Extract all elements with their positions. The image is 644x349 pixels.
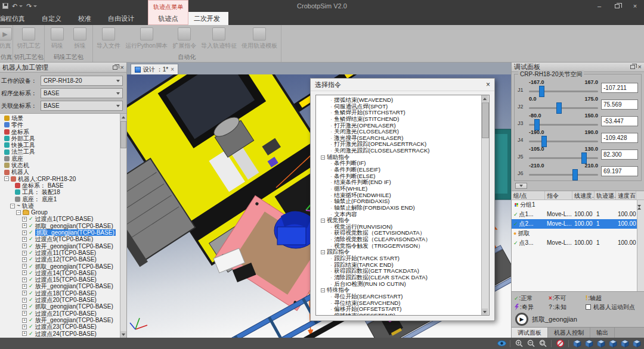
tree-row[interactable]: +✓过渡点1(TCP0-BASE) <box>2 216 120 222</box>
collapse-icon[interactable]: − <box>4 176 9 181</box>
view-cube-left-icon[interactable] <box>596 339 606 348</box>
panel-tab-机器人控制[interactable]: 机器人控制 <box>548 328 590 338</box>
tree-row[interactable]: 机器人 <box>2 169 120 175</box>
expand-icon[interactable]: + <box>22 223 27 228</box>
tree-row[interactable]: 法兰工具 <box>2 148 120 155</box>
joint-value-field[interactable]: 75.569 <box>601 99 638 110</box>
trajectory-point-label[interactable]: 过渡点14(TCP0-BASE) <box>35 270 97 276</box>
trajectory-point-label[interactable]: 抓取_geongjian(TCP0-BASE) <box>35 263 113 270</box>
trajectory-point-label[interactable]: 过渡点15(TCP0-BASE) <box>35 276 97 283</box>
zoom-out-icon[interactable] <box>526 339 535 348</box>
expand-icon[interactable]: + <box>22 304 27 309</box>
joint-slider-thumb[interactable] <box>572 169 578 180</box>
view-cube-right-icon[interactable] <box>608 339 618 348</box>
command-item[interactable]: ·偏移结束(OFFSETEND) <box>320 313 481 316</box>
tree-row[interactable]: +✓过渡点20(TCP0-BASE) <box>2 297 120 303</box>
joint-slider-track[interactable] <box>529 91 598 92</box>
eye-icon[interactable] <box>497 339 506 348</box>
dialog-title-bar[interactable]: 选择指令 × <box>311 79 494 91</box>
column-header[interactable]: 速度百... <box>616 191 636 200</box>
trajectory-point-label[interactable]: 过渡点24(TCP0-BASE) <box>35 331 97 337</box>
command-item[interactable]: ·鱼鳞焊结束(STITCHEND) <box>320 116 481 123</box>
trajectory-point-label[interactable]: 放开_geongjian(TCP0-BASE) <box>35 283 113 289</box>
expand-icon[interactable]: + <box>22 291 27 295</box>
collapse-icon[interactable]: − <box>10 204 15 208</box>
debug-float-panel-icon[interactable] <box>630 65 635 69</box>
tree-row[interactable]: +✓过渡点24(TCP0-BASE) <box>2 331 120 337</box>
column-header[interactable]: 组/点 <box>512 191 545 200</box>
tree-row[interactable]: 坐标系 <box>2 129 120 135</box>
tree-row[interactable]: +✓放开_geongjian(TCP0-BASE) <box>2 317 120 323</box>
expand-icon[interactable]: + <box>22 230 27 235</box>
save-icon[interactable] <box>2 3 8 9</box>
command-item[interactable]: ·循环(WHILE) <box>320 186 481 192</box>
menu-tab-自由设计[interactable]: 自由设计 <box>100 12 143 25</box>
tree-row[interactable]: 底座： 底座1 <box>2 196 120 202</box>
trajectory-point-label[interactable]: 过渡点18(TCP0-BASE) <box>35 290 97 297</box>
expand-icon[interactable]: + <box>22 270 27 275</box>
trajectory-point-label[interactable]: 过渡点23(TCP0-BASE) <box>35 323 97 330</box>
tree-row[interactable]: +✓抓取_geongjian(TCP0-BASE) <box>2 263 120 270</box>
scroll-down-icon[interactable] <box>120 331 126 338</box>
left-tree-scrollbar[interactable] <box>120 114 126 338</box>
minimize-button[interactable]: – <box>590 0 608 12</box>
table-scroll-down-icon[interactable] <box>637 207 644 214</box>
command-item[interactable]: ·寻位开始(SEARCHSTART) <box>320 294 481 300</box>
expand-icon[interactable]: + <box>22 244 27 248</box>
tree-row[interactable]: +✓过渡点18(TCP0-BASE) <box>2 290 120 297</box>
tree-row[interactable]: +✓过渡点23(TCP0-BASE) <box>2 323 120 330</box>
table-row[interactable]: ✓点3...Move-L...100.001100.00 <box>512 238 637 248</box>
close-button[interactable]: × <box>626 0 644 12</box>
design-tab-close-icon[interactable]: × <box>171 66 174 73</box>
joint-value-field[interactable]: 69.197 <box>601 166 638 176</box>
combo-BASE[interactable]: BASE <box>41 101 123 111</box>
table-row[interactable]: ●抓取 <box>512 229 637 238</box>
menu-tab-自定义[interactable]: 自定义 <box>33 12 70 25</box>
tree-row[interactable]: +✓过渡点14(TCP0-BASE) <box>2 270 120 276</box>
scroll-thumb[interactable] <box>120 121 126 148</box>
column-header[interactable]: 指令 <box>545 191 572 200</box>
tree-row[interactable]: +✓放开_geongjian(TCP0-BASE) <box>2 283 120 289</box>
view-cube-back-icon[interactable] <box>584 339 594 348</box>
collapse-icon[interactable]: − <box>321 155 325 160</box>
collapse-icon[interactable]: − <box>16 210 21 215</box>
expand-icon[interactable]: + <box>22 264 27 269</box>
command-item[interactable]: ·清除跟踪数据(CLEAR STACK DATA) <box>320 275 481 281</box>
trajectory-point-label[interactable]: 过渡点11(TCP0-BASE) <box>35 250 97 256</box>
table-row[interactable]: ✓点1...Move-L...100.001100.00 <box>512 210 637 219</box>
combo-CRP-RH18-20[interactable]: CRP-RH18-20 <box>41 76 123 86</box>
joint-slider-track[interactable] <box>529 141 598 142</box>
joint-slider-track[interactable] <box>529 157 598 159</box>
combo-BASE[interactable]: BASE <box>41 88 123 98</box>
tree-row[interactable]: +✓放开_geongjian(TCP0-BASE) <box>2 243 120 250</box>
tree-row[interactable]: +✓过渡点21(TCP0-BASE) <box>2 310 120 317</box>
design-tab[interactable]: 设计 ：1* × <box>131 64 178 74</box>
expand-icon[interactable]: + <box>22 331 27 336</box>
undo-icon[interactable]: ↶ <box>12 3 17 9</box>
close-panel-icon[interactable]: × <box>120 65 124 70</box>
tree-row[interactable]: 零件 <box>2 121 120 128</box>
joint-slider-track[interactable] <box>529 174 598 176</box>
collapse-icon[interactable]: − <box>321 250 325 254</box>
expand-icon[interactable]: + <box>22 318 27 323</box>
menu-tab-校准[interactable]: 校准 <box>70 12 100 25</box>
joint-slider-track[interactable] <box>529 124 598 126</box>
panel-tab-输出[interactable]: 输出 <box>590 328 615 338</box>
move-to-point-checkbox[interactable] <box>586 304 591 310</box>
tree-row[interactable]: +✓过渡点12(TCP0-BASE) <box>2 256 120 263</box>
command-item[interactable]: ·轴禁止解除(FORBIDAXIS END) <box>320 205 481 211</box>
trajectory-point-label[interactable]: 过渡点9(TCP0-BASE) <box>35 236 94 242</box>
panel-tab-调试面板[interactable]: 调试面板 <box>512 328 548 338</box>
column-header[interactable]: 轨迹逼... <box>595 191 616 200</box>
tree-row[interactable]: −机器人:CRP-RH18-20 <box>2 176 120 182</box>
joint-expand-button[interactable] <box>515 183 527 189</box>
tree-row[interactable]: 状态机 <box>2 162 120 169</box>
ribbon-button-拆垛[interactable]: 拆垛 <box>70 27 90 51</box>
tree-row[interactable]: +✓抓取_geongjian(TCP0-BASE) <box>2 229 120 236</box>
trajectory-point-label[interactable]: 过渡点21(TCP0-BASE) <box>35 310 97 317</box>
redo-dropdown-icon[interactable] <box>33 5 37 7</box>
tree-row[interactable]: 快换工具 <box>2 142 120 148</box>
tree-row[interactable]: 工具： 装配18 <box>2 189 120 195</box>
view-cube-iso-icon[interactable] <box>632 339 642 348</box>
ribbon-button-仿真[interactable]: ▶仿真 <box>0 27 13 51</box>
